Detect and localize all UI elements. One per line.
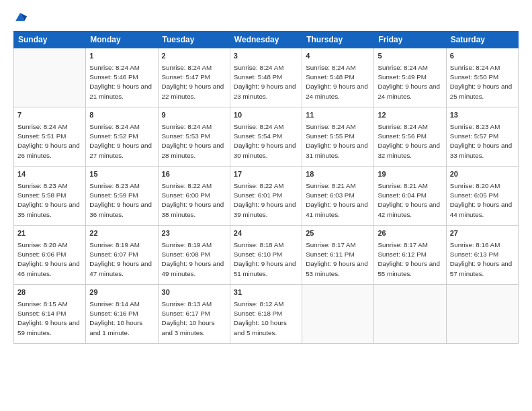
day-info: Sunrise: 8:12 AMSunset: 6:18 PMDaylight:…	[234, 300, 298, 338]
day-info: Sunrise: 8:23 AMSunset: 5:57 PMDaylight:…	[450, 122, 515, 161]
week-row-4: 21Sunrise: 8:20 AMSunset: 6:06 PMDayligh…	[14, 226, 519, 285]
calendar-cell: 11Sunrise: 8:24 AMSunset: 5:55 PMDayligh…	[302, 107, 374, 167]
day-number: 25	[306, 228, 370, 239]
day-info: Sunrise: 8:20 AMSunset: 6:06 PMDaylight:…	[17, 240, 82, 279]
day-number: 22	[89, 228, 154, 239]
calendar-cell: 27Sunrise: 8:16 AMSunset: 6:13 PMDayligh…	[446, 226, 518, 285]
calendar-cell: 13Sunrise: 8:23 AMSunset: 5:57 PMDayligh…	[446, 107, 518, 167]
calendar-cell: 25Sunrise: 8:17 AMSunset: 6:11 PMDayligh…	[302, 226, 374, 285]
day-number: 24	[234, 228, 298, 239]
calendar-cell: 22Sunrise: 8:19 AMSunset: 6:07 PMDayligh…	[86, 226, 158, 285]
logo-icon	[13, 11, 27, 24]
weekday-header-friday: Friday	[374, 32, 446, 48]
calendar-cell: 24Sunrise: 8:18 AMSunset: 6:10 PMDayligh…	[230, 226, 302, 285]
day-number: 20	[450, 169, 515, 180]
day-info: Sunrise: 8:24 AMSunset: 5:56 PMDaylight:…	[378, 122, 442, 161]
day-number: 30	[162, 287, 226, 298]
day-number: 1	[89, 51, 154, 62]
weekday-header-sunday: Sunday	[14, 32, 86, 48]
weekday-header-row: SundayMondayTuesdayWednesdayThursdayFrid…	[14, 32, 519, 48]
weekday-header-thursday: Thursday	[302, 32, 374, 48]
calendar-cell	[14, 48, 86, 107]
day-info: Sunrise: 8:23 AMSunset: 5:59 PMDaylight:…	[89, 181, 154, 220]
day-number: 6	[450, 51, 515, 62]
day-number: 21	[17, 228, 82, 239]
calendar-cell: 17Sunrise: 8:22 AMSunset: 6:01 PMDayligh…	[230, 167, 302, 226]
day-info: Sunrise: 8:19 AMSunset: 6:07 PMDaylight:…	[89, 240, 154, 279]
day-number: 8	[89, 110, 154, 121]
day-number: 13	[450, 110, 515, 121]
day-info: Sunrise: 8:14 AMSunset: 6:16 PMDaylight:…	[89, 300, 154, 338]
day-number: 29	[89, 287, 154, 298]
day-number: 3	[234, 51, 298, 62]
day-number: 23	[162, 228, 226, 239]
calendar-cell: 2Sunrise: 8:24 AMSunset: 5:47 PMDaylight…	[158, 48, 230, 107]
day-info: Sunrise: 8:24 AMSunset: 5:48 PMDaylight:…	[306, 63, 370, 101]
day-info: Sunrise: 8:21 AMSunset: 6:03 PMDaylight:…	[306, 181, 370, 220]
day-info: Sunrise: 8:21 AMSunset: 6:04 PMDaylight:…	[378, 181, 442, 220]
day-info: Sunrise: 8:24 AMSunset: 5:50 PMDaylight:…	[450, 63, 515, 101]
day-number: 27	[450, 228, 515, 239]
calendar-cell: 16Sunrise: 8:22 AMSunset: 6:00 PMDayligh…	[158, 167, 230, 226]
day-info: Sunrise: 8:16 AMSunset: 6:13 PMDaylight:…	[450, 240, 515, 279]
day-number: 7	[17, 110, 82, 121]
day-info: Sunrise: 8:22 AMSunset: 6:00 PMDaylight:…	[162, 181, 226, 220]
day-info: Sunrise: 8:19 AMSunset: 6:08 PMDaylight:…	[162, 240, 226, 279]
day-info: Sunrise: 8:17 AMSunset: 6:11 PMDaylight:…	[306, 240, 370, 279]
day-info: Sunrise: 8:13 AMSunset: 6:17 PMDaylight:…	[162, 300, 226, 338]
day-info: Sunrise: 8:24 AMSunset: 5:53 PMDaylight:…	[162, 122, 226, 161]
week-row-3: 14Sunrise: 8:23 AMSunset: 5:58 PMDayligh…	[14, 167, 519, 226]
weekday-header-saturday: Saturday	[446, 32, 518, 48]
calendar-cell: 4Sunrise: 8:24 AMSunset: 5:48 PMDaylight…	[302, 48, 374, 107]
day-number: 11	[306, 110, 370, 121]
day-number: 16	[162, 169, 226, 180]
day-number: 2	[162, 51, 226, 62]
day-number: 10	[234, 110, 298, 121]
calendar-cell: 28Sunrise: 8:15 AMSunset: 6:14 PMDayligh…	[14, 285, 86, 344]
day-number: 9	[162, 110, 226, 121]
calendar-cell: 7Sunrise: 8:24 AMSunset: 5:51 PMDaylight…	[14, 107, 86, 167]
calendar-cell: 1Sunrise: 8:24 AMSunset: 5:46 PMDaylight…	[86, 48, 158, 107]
day-info: Sunrise: 8:24 AMSunset: 5:52 PMDaylight:…	[89, 122, 154, 161]
week-row-5: 28Sunrise: 8:15 AMSunset: 6:14 PMDayligh…	[14, 285, 519, 344]
calendar-cell: 30Sunrise: 8:13 AMSunset: 6:17 PMDayligh…	[158, 285, 230, 344]
calendar-cell: 23Sunrise: 8:19 AMSunset: 6:08 PMDayligh…	[158, 226, 230, 285]
calendar-cell: 14Sunrise: 8:23 AMSunset: 5:58 PMDayligh…	[14, 167, 86, 226]
day-info: Sunrise: 8:24 AMSunset: 5:49 PMDaylight:…	[378, 63, 442, 101]
day-info: Sunrise: 8:23 AMSunset: 5:58 PMDaylight:…	[17, 181, 82, 220]
day-number: 4	[306, 51, 370, 62]
calendar-table: SundayMondayTuesdayWednesdayThursdayFrid…	[13, 31, 519, 344]
calendar-cell: 31Sunrise: 8:12 AMSunset: 6:18 PMDayligh…	[230, 285, 302, 344]
logo	[13, 11, 30, 24]
day-info: Sunrise: 8:18 AMSunset: 6:10 PMDaylight:…	[234, 240, 298, 279]
calendar-cell: 15Sunrise: 8:23 AMSunset: 5:59 PMDayligh…	[86, 167, 158, 226]
calendar-cell: 20Sunrise: 8:20 AMSunset: 6:05 PMDayligh…	[446, 167, 518, 226]
calendar-cell: 8Sunrise: 8:24 AMSunset: 5:52 PMDaylight…	[86, 107, 158, 167]
day-number: 19	[378, 169, 442, 180]
day-info: Sunrise: 8:24 AMSunset: 5:46 PMDaylight:…	[89, 63, 154, 101]
calendar-cell: 26Sunrise: 8:17 AMSunset: 6:12 PMDayligh…	[374, 226, 446, 285]
calendar-cell: 12Sunrise: 8:24 AMSunset: 5:56 PMDayligh…	[374, 107, 446, 167]
day-number: 12	[378, 110, 442, 121]
page: SundayMondayTuesdayWednesdayThursdayFrid…	[0, 0, 532, 411]
day-info: Sunrise: 8:24 AMSunset: 5:54 PMDaylight:…	[234, 122, 298, 161]
calendar-cell	[446, 285, 518, 344]
calendar-cell	[374, 285, 446, 344]
day-info: Sunrise: 8:24 AMSunset: 5:51 PMDaylight:…	[17, 122, 82, 161]
day-number: 14	[17, 169, 82, 180]
calendar-cell: 18Sunrise: 8:21 AMSunset: 6:03 PMDayligh…	[302, 167, 374, 226]
calendar-cell: 29Sunrise: 8:14 AMSunset: 6:16 PMDayligh…	[86, 285, 158, 344]
week-row-2: 7Sunrise: 8:24 AMSunset: 5:51 PMDaylight…	[14, 107, 519, 167]
day-info: Sunrise: 8:17 AMSunset: 6:12 PMDaylight:…	[378, 240, 442, 279]
day-number: 31	[234, 287, 298, 298]
calendar-cell: 5Sunrise: 8:24 AMSunset: 5:49 PMDaylight…	[374, 48, 446, 107]
day-number: 18	[306, 169, 370, 180]
calendar-cell: 6Sunrise: 8:24 AMSunset: 5:50 PMDaylight…	[446, 48, 518, 107]
day-info: Sunrise: 8:20 AMSunset: 6:05 PMDaylight:…	[450, 181, 515, 220]
calendar-cell	[302, 285, 374, 344]
day-number: 5	[378, 51, 442, 62]
calendar-cell: 3Sunrise: 8:24 AMSunset: 5:48 PMDaylight…	[230, 48, 302, 107]
calendar-cell: 21Sunrise: 8:20 AMSunset: 6:06 PMDayligh…	[14, 226, 86, 285]
day-number: 15	[89, 169, 154, 180]
week-row-1: 1Sunrise: 8:24 AMSunset: 5:46 PMDaylight…	[14, 48, 519, 107]
